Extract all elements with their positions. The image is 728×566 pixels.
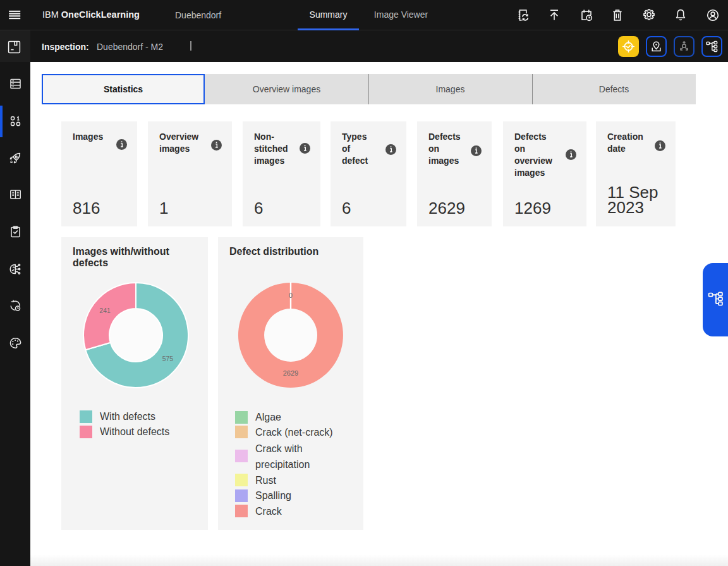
svg-text:0: 0 [289,292,293,299]
svg-text:2629: 2629 [283,369,298,377]
svg-text:241: 241 [99,307,111,314]
svg-text:575: 575 [162,355,173,362]
